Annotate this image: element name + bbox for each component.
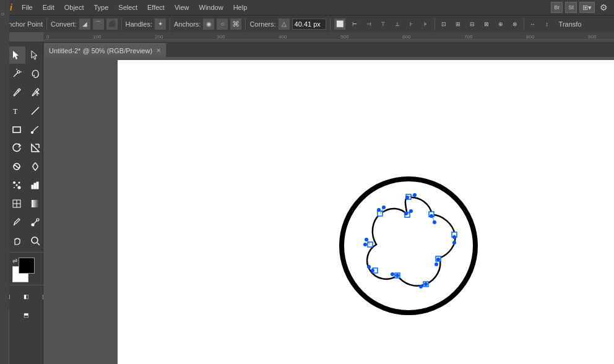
corners-label: Corners: bbox=[249, 20, 275, 28]
tab-close-btn[interactable]: ✕ bbox=[156, 47, 161, 54]
menu-select[interactable]: Select bbox=[114, 2, 142, 12]
grid-icon-btn[interactable]: ⊞▾ bbox=[579, 2, 595, 13]
warp-tool-btn[interactable] bbox=[8, 158, 25, 175]
dist-right-btn[interactable]: ⊟ bbox=[465, 17, 479, 31]
convert-auto-icon[interactable]: ⬛ bbox=[106, 19, 118, 30]
svg-text:500: 500 bbox=[340, 34, 349, 40]
select-tool-btn[interactable] bbox=[8, 46, 25, 64]
svg-marker-14 bbox=[13, 51, 19, 59]
menu-object[interactable]: Object bbox=[60, 2, 89, 12]
ctrl-divider-4 bbox=[245, 18, 246, 30]
mesh-tool-btn[interactable] bbox=[8, 195, 25, 212]
ctrl-divider-5 bbox=[330, 18, 331, 30]
svg-rect-35 bbox=[32, 185, 33, 189]
rotate-tool-btn[interactable] bbox=[8, 139, 25, 157]
svg-point-73 bbox=[363, 243, 367, 246]
scale-tool-btn[interactable] bbox=[27, 139, 44, 157]
remove-anchor-icon[interactable]: ⌘ bbox=[230, 19, 241, 30]
svg-line-24 bbox=[32, 107, 39, 115]
dist-sp-h-btn[interactable]: ↔ bbox=[526, 17, 540, 31]
ctrl-divider-6 bbox=[435, 18, 435, 30]
svg-point-68 bbox=[419, 285, 423, 288]
convert-label: Convert: bbox=[51, 20, 77, 28]
behind-mode-btn[interactable]: ◧ bbox=[17, 288, 35, 305]
svg-text:700: 700 bbox=[464, 34, 473, 40]
dist-v-btn[interactable]: ⊕ bbox=[494, 17, 508, 31]
pen-tool-btn[interactable] bbox=[8, 84, 25, 101]
menu-bar: Ai File Edit Object Type Select Effect V… bbox=[0, 0, 614, 15]
anchor-point-label: Anchor Point bbox=[4, 20, 43, 28]
document-tab[interactable]: Untitled-2* @ 50% (RGB/Preview) ✕ bbox=[43, 43, 166, 57]
artboard bbox=[118, 60, 614, 364]
lasso-tool-btn[interactable] bbox=[27, 65, 44, 82]
graph-tool-btn[interactable] bbox=[27, 176, 44, 194]
align-left-btn[interactable]: ⊢ bbox=[348, 17, 361, 31]
settings-icon-btn[interactable]: ⚙ bbox=[597, 2, 610, 13]
menu-view[interactable]: View bbox=[170, 2, 194, 12]
menu-window[interactable]: Window bbox=[195, 2, 228, 12]
pencil-tool-btn[interactable] bbox=[27, 121, 44, 138]
svg-rect-36 bbox=[34, 183, 36, 189]
hide-anchors-icon[interactable]: ○ bbox=[217, 19, 228, 30]
menu-type[interactable]: Type bbox=[90, 2, 113, 12]
line-tool-btn[interactable] bbox=[27, 102, 44, 119]
zoom-tool-btn[interactable] bbox=[27, 232, 44, 249]
ctrl-divider-2 bbox=[121, 18, 122, 30]
svg-rect-41 bbox=[32, 200, 39, 207]
convert-smooth-icon[interactable]: ⌒ bbox=[93, 19, 104, 30]
corners-value-input[interactable] bbox=[292, 19, 326, 30]
magic-wand-tool-btn[interactable] bbox=[8, 65, 25, 82]
svg-text:300: 300 bbox=[217, 34, 225, 40]
align-top-btn[interactable]: ⊥ bbox=[391, 17, 404, 31]
align-center-h-btn[interactable]: ⊣ bbox=[362, 17, 376, 31]
tab-bar: Untitled-2* @ 50% (RGB/Preview) ✕ bbox=[43, 41, 614, 57]
anchors-label: Anchors: bbox=[174, 20, 201, 28]
ctrl-divider-3 bbox=[170, 18, 170, 30]
convert-corner-icon[interactable]: ◢ bbox=[79, 19, 90, 30]
hand-tool-btn[interactable] bbox=[8, 232, 25, 249]
show-anchors-icon[interactable]: ◉ bbox=[203, 19, 214, 30]
svg-line-16 bbox=[14, 72, 18, 77]
dist-left-btn[interactable]: ⊡ bbox=[437, 17, 451, 31]
blend-tool-btn[interactable] bbox=[27, 214, 44, 231]
direct-select-tool-btn[interactable] bbox=[27, 46, 44, 64]
dist-h-btn[interactable]: ⊞ bbox=[451, 17, 465, 31]
transform-label: Transfo bbox=[559, 20, 582, 28]
screen-mode-btn[interactable]: ⬒ bbox=[17, 306, 35, 324]
menu-effect[interactable]: Effect bbox=[143, 2, 169, 12]
add-anchor-tool-btn[interactable] bbox=[27, 84, 44, 101]
tool-row-select bbox=[8, 46, 44, 64]
handle-type-icon[interactable]: ✦ bbox=[155, 19, 166, 30]
menu-help[interactable]: Help bbox=[229, 2, 252, 12]
bridge-icon-btn[interactable]: Br bbox=[551, 2, 563, 13]
svg-text:T: T bbox=[13, 107, 18, 116]
swap-colors-icon[interactable]: ⇌ bbox=[12, 258, 17, 264]
tool-row-pen bbox=[8, 84, 44, 101]
dist-sp-v-btn[interactable]: ↕ bbox=[540, 17, 554, 31]
align-center-v-btn[interactable]: ⊦ bbox=[405, 17, 418, 31]
svg-point-67 bbox=[424, 282, 428, 286]
rect-tool-btn[interactable] bbox=[8, 121, 25, 138]
tab-title: Untitled-2* @ 50% (RGB/Preview) bbox=[49, 47, 152, 54]
dist-top-btn[interactable]: ⊠ bbox=[480, 17, 493, 31]
type-tool-btn[interactable]: T bbox=[8, 102, 25, 119]
gradient-tool-btn[interactable] bbox=[27, 195, 44, 212]
svg-rect-37 bbox=[37, 182, 38, 189]
width-tool-btn[interactable] bbox=[27, 158, 44, 175]
transform-box-icon[interactable]: ⬜ bbox=[334, 19, 345, 30]
svg-text:0: 0 bbox=[46, 34, 50, 40]
illustration bbox=[334, 171, 483, 320]
menu-file[interactable]: File bbox=[17, 2, 37, 12]
foreground-color-swatch[interactable] bbox=[19, 258, 35, 274]
align-right-btn[interactable]: ⊤ bbox=[376, 17, 390, 31]
align-bottom-btn[interactable]: ⊧ bbox=[419, 17, 433, 31]
corner-type-up-icon[interactable]: △ bbox=[279, 19, 290, 30]
menu-right-icons: Br St ⊞▾ ⚙ bbox=[551, 2, 610, 13]
dist-bottom-btn[interactable]: ⊗ bbox=[508, 17, 522, 31]
tool-row-magic bbox=[8, 65, 44, 82]
eyedropper-tool-btn[interactable] bbox=[8, 214, 25, 231]
symbol-tool-btn[interactable] bbox=[8, 176, 25, 194]
svg-text:600: 600 bbox=[402, 34, 411, 40]
menu-edit[interactable]: Edit bbox=[38, 2, 59, 12]
stock-icon-btn[interactable]: St bbox=[565, 2, 577, 13]
